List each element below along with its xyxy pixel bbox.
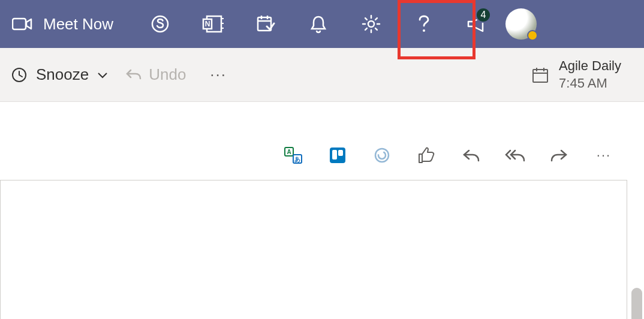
svg-rect-25 [338,150,343,156]
help-button[interactable] [406,6,442,42]
calendar-check-icon [256,14,275,34]
skype-icon [150,14,170,34]
upcoming-event[interactable]: Agile Daily 7:45 AM [531,58,633,92]
snooze-button[interactable]: Snooze [11,65,108,84]
announcements-button[interactable]: 4 [459,6,495,42]
scrollbar-thumb[interactable] [631,288,642,319]
notifications-button[interactable] [300,6,336,42]
svg-rect-24 [332,150,337,160]
more-actions-button[interactable]: ··· [210,65,227,84]
circle-action-button[interactable] [371,145,393,166]
message-panel: Aあ [0,180,627,319]
video-icon [12,17,32,31]
meet-now-button[interactable]: Meet Now [12,15,113,34]
undo-icon [125,68,142,82]
reply-all-icon [505,148,525,162]
bell-icon [310,14,327,34]
announcements-badge: 4 [476,7,491,23]
ellipsis-icon: ··· [597,148,611,163]
gear-icon [361,14,381,34]
thumbs-up-icon [417,147,435,164]
meet-now-label: Meet Now [43,15,113,34]
clock-icon [11,67,28,83]
message-action-toolbar: Aあ [282,145,615,166]
snooze-label: Snooze [36,65,89,84]
content-area: Aあ [0,102,644,319]
trello-icon [329,147,346,164]
svg-point-13 [423,29,425,32]
settings-button[interactable] [353,6,389,42]
event-time: 7:45 AM [559,75,621,92]
onenote-button[interactable]: N [195,6,231,42]
top-navigation-bar: Meet Now N 4 [0,0,644,48]
reply-icon [462,148,480,162]
trello-button[interactable] [327,145,348,166]
svg-rect-0 [13,19,26,29]
forward-icon [550,148,568,162]
forward-button[interactable] [549,145,570,166]
chevron-down-icon [97,71,108,79]
like-button[interactable] [416,145,437,166]
svg-point-12 [368,21,374,27]
svg-rect-23 [330,148,345,163]
svg-point-26 [375,149,389,162]
svg-text:A: A [287,149,291,155]
undo-label: Undo [149,65,186,84]
secondary-toolbar: Snooze Undo ··· Agile Daily 7:45 AM [0,48,644,102]
calendar-icon [531,66,549,84]
svg-point-27 [378,152,386,159]
notebook-icon: N [202,15,224,33]
reply-button[interactable] [460,145,482,166]
scrollbar[interactable] [631,288,642,319]
translate-icon: Aあ [284,147,302,164]
reply-all-button[interactable] [504,145,526,166]
skype-button[interactable] [142,6,178,42]
translate-button[interactable]: Aあ [282,145,304,166]
svg-text:あ: あ [294,156,300,162]
presence-status-icon [527,30,538,41]
help-icon [418,14,430,34]
undo-button[interactable]: Undo [125,65,186,84]
event-title: Agile Daily [559,58,621,75]
svg-text:N: N [205,20,210,28]
svg-rect-15 [533,70,547,82]
swirl-icon [374,147,390,164]
profile-avatar[interactable] [505,8,537,40]
calendar-addin-button[interactable] [248,6,284,42]
more-message-actions-button[interactable]: ··· [593,145,615,166]
